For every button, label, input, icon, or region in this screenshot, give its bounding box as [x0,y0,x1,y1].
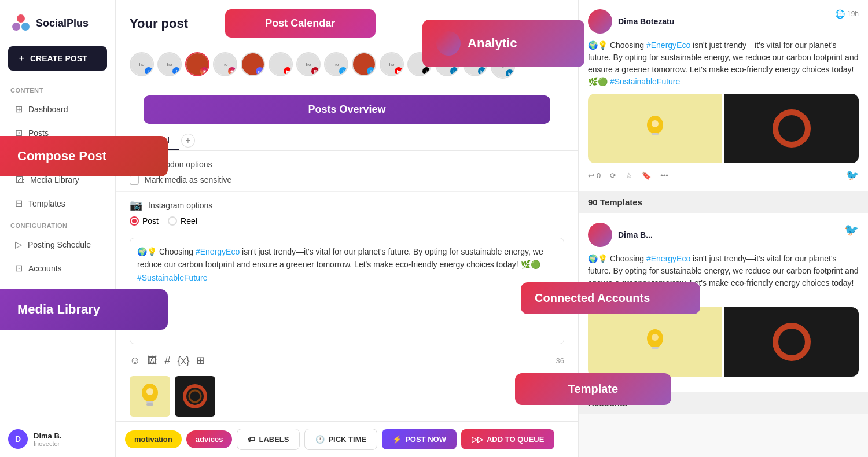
sidebar-item-dashboard[interactable]: ⊞ Dashboard [5,98,111,120]
templates-section-header: 90 Templates [579,191,868,213]
sidebar-item-label: Accounts [28,264,62,273]
mastodon-options: 🐘 Mastodon options Mark media as sensiti… [116,151,578,192]
hashtag-energyeco-2: #EnergyEco [646,254,690,263]
sensitive-checkbox[interactable] [130,175,139,185]
sidebar-item-accounts[interactable]: ⊡ Accounts [5,257,111,279]
radio-reel[interactable]: Reel [168,216,197,226]
globe-icon: 🌐 [835,9,845,19]
twitter-icon: 🐦 [846,169,859,182]
reply-action[interactable]: ↩ 0 [588,171,601,180]
facebook-badge-2: f [172,67,181,75]
template-overlay[interactable]: Template [515,373,671,405]
templates-icon: ⊟ [15,198,23,209]
tweet-img-bulb [588,94,722,163]
tweet-body-1: 🌍💡 Choosing #EnergyEco isn't just trendy… [588,39,859,88]
add-to-queue-button[interactable]: ▷▷ ADD TO QUEUE [461,429,554,449]
bulb-svg [138,379,161,414]
user-info: Dima B. Inovector [34,432,61,447]
account-avatar-4[interactable]: ho ◉ [213,52,237,76]
hashtag-sustainable-1: #SustainableFuture [610,77,680,86]
tweet-avatar-1 [588,9,612,34]
tweet-user-1: Dima Botezatu [588,9,674,34]
analytic-overlay[interactable]: Analytic [422,20,584,67]
pick-time-button[interactable]: 🕐 PICK TIME [304,429,377,450]
ring-svg-right [768,105,815,152]
emoji-icon[interactable]: ☺ [130,355,140,367]
bookmark-action[interactable]: 🔖 [642,171,651,180]
sidebar-item-label: Templates [28,199,65,208]
tweet-user-2: Dima B... [588,223,653,247]
hashtag-icon[interactable]: # [164,355,170,367]
user-profile[interactable]: D Dima B. Inovector [0,421,115,457]
user-company: Inovector [34,440,61,447]
tabs-row: Original + [116,126,578,151]
account-avatar-8[interactable]: ho t [324,52,348,76]
account-avatar-2[interactable]: ho f [157,52,182,76]
account-avatar-9[interactable]: t [352,52,376,76]
account-avatar-10[interactable]: ho ▶ [380,52,404,76]
ring-svg [181,382,209,411]
editor-toolbar: ☺ 🖼 # {x} ⊞ 36 [116,349,578,371]
compose-post-overlay[interactable]: Compose Post [0,136,168,176]
pinterest-badge: P [311,67,319,75]
tweet-card-1: Dima Botezatu 🌐 19h 🌍💡 Choosing #EnergyE… [579,0,868,191]
queue-icon: ▷▷ [472,435,483,444]
twitter-icon-2: 🐦 [844,223,859,237]
retweet-action[interactable]: ⟳ [610,171,616,180]
mark-sensitive-label: Mark media as sensitive [145,175,231,185]
logo-icon [10,13,31,34]
radio-post[interactable]: Post [130,216,159,226]
linkedin-badge-3: in [506,69,514,78]
instagram-options: 📷 Instagram options Post Reel [116,192,578,233]
account-avatar-5[interactable]: m [241,52,265,76]
account-avatar-7[interactable]: ho P [296,52,321,76]
youtube-badge: ▶ [284,67,292,75]
more-action[interactable]: ••• [660,171,668,180]
posts-overview-button[interactable]: Posts Overview [144,95,550,124]
lightning-icon: ⚡ [392,435,402,444]
labels-icon: 🏷 [248,435,255,444]
motivation-tag[interactable]: motivation [125,430,182,448]
post-now-button[interactable]: ⚡ POST NOW [382,429,457,449]
instagram-badge-2: ◉ [228,67,236,75]
sustainable-future-hashtag: #SustainableFuture [137,273,207,282]
user-name: Dima B. [34,432,61,440]
labels-button[interactable]: 🏷 LABELS [237,429,300,450]
image-icon[interactable]: 🖼 [147,355,157,367]
logo: SocialPlus [0,0,115,44]
svg-point-7 [185,386,205,407]
tweet-time-1: 🌐 19h [835,9,859,19]
svg-point-0 [17,14,25,23]
media-library-overlay[interactable]: Media Library [0,289,168,330]
radio-post-dot [130,216,139,226]
image-thumb-2 [175,376,215,417]
instagram-icon: 📷 [130,199,142,212]
grid-icon[interactable]: ⊞ [196,354,205,367]
image-strip [116,371,578,421]
advices-tag[interactable]: advices [186,430,233,448]
account-avatar-6[interactable]: ▶ [269,52,293,76]
sidebar-item-posting-schedule[interactable]: ▷ Posting Schedule [5,233,111,256]
svg-point-6 [146,388,153,395]
tweet-img-ring [724,94,859,163]
sidebar-item-label: Posting Schedule [28,240,91,249]
account-avatar-3[interactable]: ◉ [185,52,209,76]
svg-rect-4 [146,401,153,403]
config-section-label: Configuration [0,215,115,233]
tweet-name-1: Dima Botezatu [618,17,674,26]
post-calendar-button[interactable]: Post Calendar [225,9,376,38]
svg-point-15 [652,334,659,341]
create-post-button[interactable]: ＋ CREATE POST [8,46,107,71]
plus-icon: ＋ [17,53,25,64]
connected-accounts-overlay[interactable]: Connected Accounts [521,282,700,314]
tweet-avatar-2 [588,223,612,247]
variable-icon[interactable]: {x} [177,355,189,367]
schedule-icon: ▷ [15,239,22,250]
tweet-img-bulb-2 [588,307,722,377]
svg-point-12 [775,112,808,145]
post-text-area[interactable]: 🌍💡 Choosing #EnergyEco isn't just trendy… [130,238,564,344]
star-action[interactable]: ☆ [626,171,632,180]
add-tab-button[interactable]: + [181,134,195,148]
sidebar-item-templates[interactable]: ⊟ Templates [5,192,111,215]
account-avatar-1[interactable]: ho f [130,52,154,76]
